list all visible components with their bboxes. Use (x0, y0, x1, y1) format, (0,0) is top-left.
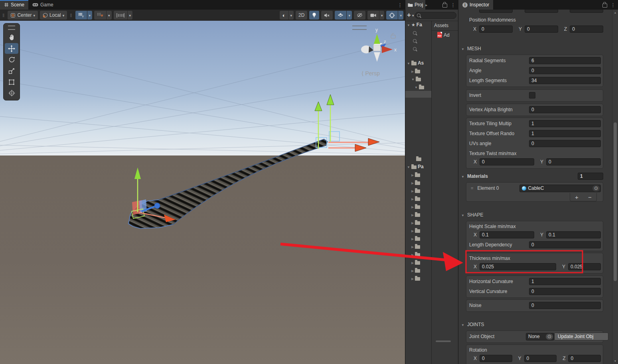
rotate-tool-button[interactable] (5, 54, 18, 65)
tree-item-search-query[interactable] (405, 45, 431, 53)
orientation-mode-button[interactable]: Local (40, 11, 67, 20)
texture-tiling-field[interactable]: 1 (529, 120, 601, 127)
effects-toggle-button[interactable] (335, 11, 346, 20)
tree-item-folder[interactable] (405, 258, 431, 266)
tab-project[interactable]: Proj (405, 0, 425, 10)
inspector-menu-icon[interactable] (610, 2, 616, 8)
perspective-toggle[interactable]: ⟨ Persp (361, 70, 380, 77)
tree-item-packages[interactable]: Pa (405, 163, 431, 171)
texture-twist-y[interactable]: 0 (546, 158, 601, 165)
joint-object-field[interactable]: None (526, 333, 554, 340)
tree-item-folder[interactable] (405, 195, 431, 203)
scroll-down-icon[interactable]: ▼ (612, 360, 618, 362)
tree-item-folder[interactable] (405, 75, 431, 83)
tree-item-assets[interactable]: As (405, 59, 431, 67)
scrollbar-thumb[interactable] (614, 122, 617, 281)
overlay-handle[interactable] (352, 26, 367, 30)
asset-list-item[interactable]: Ad (432, 31, 458, 39)
rotation-z[interactable]: 0 (568, 355, 601, 362)
angle-field[interactable]: 0 (529, 67, 601, 74)
thickness-x[interactable]: 0.025 (480, 263, 556, 270)
update-joint-button[interactable]: Update Joint Obj (554, 333, 608, 340)
tree-item-folder[interactable] (405, 266, 431, 274)
tree-item-folder[interactable] (405, 226, 431, 234)
joints-foldout[interactable]: JOINTS (461, 321, 613, 328)
lock-icon[interactable] (602, 4, 607, 8)
radial-segments-field[interactable]: 6 (529, 57, 601, 64)
scale-tool-button[interactable] (5, 65, 18, 76)
position-randomness-y[interactable]: 0 (525, 26, 558, 33)
materials-foldout[interactable]: Materials 1 (461, 173, 603, 180)
tree-item-search-query[interactable] (405, 29, 431, 37)
grid-visibility-button[interactable]: Y (75, 11, 87, 20)
shading-mode-dropdown[interactable] (289, 11, 294, 20)
tab-scene[interactable]: Scene (0, 0, 28, 10)
shape-foldout[interactable]: SHAPE (461, 211, 613, 218)
rotation-x[interactable]: 0 (480, 355, 512, 362)
snap-increment-dropdown[interactable] (128, 11, 133, 20)
tree-item-folder[interactable] (405, 211, 431, 218)
snap-toggle-button[interactable] (94, 11, 106, 20)
horizontal-scrollbar[interactable] (436, 340, 451, 342)
length-segments-field[interactable]: 34 (529, 77, 601, 84)
horizontal-curvature-field[interactable]: 1 (529, 278, 601, 285)
snap-increment-button[interactable] (114, 11, 127, 20)
remove-material-button[interactable] (588, 194, 592, 201)
toolbar-grip[interactable]: ‖ (2, 12, 5, 18)
drag-handle-icon[interactable]: = (471, 186, 473, 191)
tree-item-folder[interactable] (405, 179, 431, 187)
tree-item-folder[interactable] (405, 187, 431, 195)
pivot-mode-button[interactable]: Center (8, 11, 38, 20)
tree-item-folder[interactable] (405, 83, 431, 91)
tree-item-favorites[interactable]: Fa (405, 21, 431, 29)
gizmos-toggle-button[interactable] (386, 11, 398, 20)
material-object-field[interactable]: CableC (519, 185, 601, 192)
create-asset-button[interactable] (407, 11, 411, 19)
add-material-button[interactable] (575, 194, 579, 201)
view-tool-button[interactable] (5, 32, 18, 43)
height-scale-y[interactable]: 0.1 (546, 231, 601, 238)
mesh-foldout[interactable]: MESH (461, 45, 613, 52)
create-asset-dropdown[interactable] (412, 12, 414, 18)
height-scale-x[interactable]: 0.1 (480, 231, 534, 238)
tab-game[interactable]: Game (28, 0, 57, 10)
move-tool-button[interactable] (5, 43, 18, 54)
tree-item-folder[interactable] (405, 67, 431, 75)
scroll-up-icon[interactable]: ▲ (612, 11, 618, 14)
grid-visibility-dropdown[interactable] (87, 11, 93, 20)
scene-viewport[interactable]: y z x ⟨ Persp (0, 21, 405, 364)
camera-settings-dropdown[interactable] (379, 11, 385, 20)
rotation-y[interactable]: 0 (524, 355, 557, 362)
project-search-input[interactable] (415, 12, 456, 19)
tree-item-folder[interactable] (405, 171, 431, 179)
material-element-row[interactable]: = Element 0 CableC (469, 184, 601, 192)
2d-toggle-button[interactable]: 2D (296, 11, 307, 20)
tree-item-folder[interactable] (405, 242, 431, 250)
assets-breadcrumb[interactable]: Assets (432, 21, 458, 31)
tree-item-folder[interactable] (405, 203, 431, 211)
effects-dropdown[interactable] (347, 11, 352, 20)
audio-mute-button[interactable] (321, 11, 333, 20)
materials-count-field[interactable]: 1 (578, 173, 603, 180)
thickness-y[interactable]: 0.025 (568, 263, 601, 270)
length-dependency-field[interactable]: 0 (529, 241, 601, 248)
scene-visibility-button[interactable] (354, 11, 365, 20)
camera-settings-button[interactable] (367, 11, 379, 20)
uvs-angle-field[interactable]: 0 (529, 140, 601, 147)
tools-overlay-handle[interactable] (8, 26, 15, 30)
vertical-curvature-field[interactable]: 0 (529, 288, 601, 295)
transform-tool-button[interactable] (5, 88, 18, 98)
tree-item-folder[interactable] (405, 250, 431, 258)
noise-field[interactable]: 0 (529, 302, 601, 309)
more-tabs-icon[interactable] (425, 2, 427, 8)
gizmos-dropdown[interactable] (398, 11, 403, 20)
tree-item-folder[interactable] (405, 274, 431, 282)
lock-icon[interactable] (442, 4, 447, 8)
inspector-scrollbar[interactable]: ▲ ▼ (612, 10, 618, 364)
texture-twist-x[interactable]: 0 (480, 158, 534, 165)
tree-item-selected[interactable] (405, 91, 431, 98)
invert-checkbox[interactable] (529, 92, 535, 98)
texture-offset-field[interactable]: 1 (529, 130, 601, 137)
lighting-toggle-button[interactable] (309, 11, 319, 20)
object-picker-button[interactable] (592, 185, 600, 191)
